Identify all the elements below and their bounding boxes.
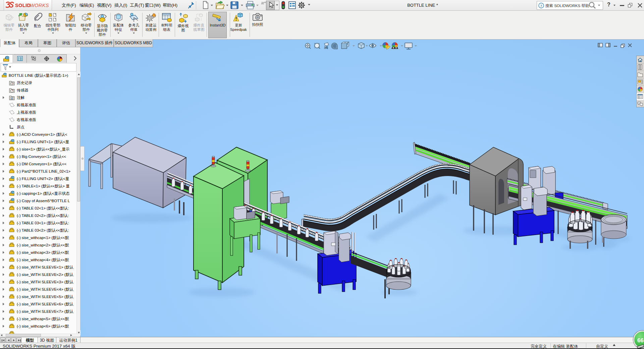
svg-text:SOLID: SOLID <box>15 3 31 8</box>
svg-text:WORKS: WORKS <box>30 3 49 8</box>
svg-text:?: ? <box>540 4 542 8</box>
